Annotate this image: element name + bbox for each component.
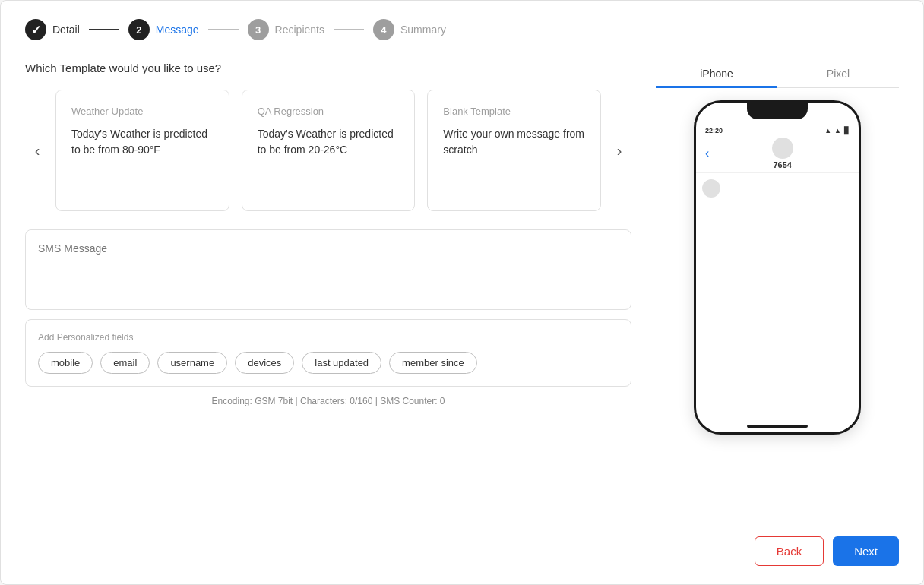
- field-chip-devices[interactable]: devices: [235, 352, 294, 374]
- personalized-label: Add Personalized fields: [38, 332, 619, 343]
- phone-header: ‹ 7654: [696, 134, 859, 173]
- card-body-1: Today's Weather is predicted to be from …: [258, 126, 400, 158]
- page-container: ✓ Detail 2 Message 3 Recipients 4 Summar…: [0, 0, 924, 585]
- step-circle-recipients: 3: [248, 19, 269, 40]
- step-circle-summary: 4: [373, 19, 394, 40]
- card-body-0: Today's Weather is predicted to be from …: [71, 126, 214, 158]
- carousel-next-button[interactable]: ›: [607, 138, 631, 163]
- step-divider-2: [208, 29, 239, 30]
- personalized-section: Add Personalized fields mobileemailusern…: [25, 319, 631, 387]
- template-card-1[interactable]: QA Regression Today's Weather is predict…: [242, 90, 416, 211]
- step-message: 2 Message: [128, 19, 199, 40]
- battery-icon: ▊: [844, 127, 850, 134]
- signal-icon: ▲: [824, 127, 831, 134]
- main-content: Which Template would you like to use? ‹ …: [25, 62, 899, 524]
- sms-textarea[interactable]: [26, 230, 631, 306]
- sms-section: [25, 229, 631, 310]
- footer: Back Next: [25, 536, 899, 566]
- phone-time: 22:20: [705, 127, 723, 134]
- cards-wrapper: Weather Update Today's Weather is predic…: [55, 90, 601, 211]
- tab-iphone[interactable]: iPhone: [656, 62, 777, 88]
- card-title-0: Weather Update: [71, 106, 214, 117]
- step-label-message: Message: [156, 24, 199, 36]
- step-label-detail: Detail: [52, 24, 80, 36]
- field-chip-last-updated[interactable]: last updated: [302, 352, 381, 374]
- card-title-1: QA Regression: [258, 106, 400, 117]
- step-detail: ✓ Detail: [25, 19, 80, 40]
- back-button[interactable]: Back: [755, 536, 824, 566]
- device-tabs: iPhone Pixel: [656, 62, 899, 88]
- message-bubble: [702, 179, 720, 198]
- card-title-2: Blank Template: [443, 106, 585, 117]
- template-card-0[interactable]: Weather Update Today's Weather is predic…: [55, 90, 229, 211]
- right-panel: iPhone Pixel 22:20 ▲ ▲ ▊ ‹: [656, 62, 899, 524]
- left-panel: Which Template would you like to use? ‹ …: [25, 62, 631, 524]
- template-carousel: ‹ Weather Update Today's Weather is pred…: [25, 90, 631, 211]
- field-chip-username[interactable]: username: [157, 352, 227, 374]
- step-label-recipients: Recipients: [275, 24, 324, 36]
- phone-home-bar: [747, 425, 808, 428]
- wifi-icon: ▲: [834, 127, 841, 134]
- field-chip-mobile[interactable]: mobile: [38, 352, 93, 374]
- phone-contact: 7654: [715, 138, 850, 169]
- carousel-prev-button[interactable]: ‹: [25, 138, 49, 163]
- next-button[interactable]: Next: [833, 536, 899, 566]
- phone-body: [696, 173, 859, 204]
- field-chip-email[interactable]: email: [100, 352, 150, 374]
- step-divider-1: [89, 29, 119, 30]
- fields-list: mobileemailusernamedeviceslast updatedme…: [38, 352, 619, 374]
- encoding-info: Encoding: GSM 7bit | Characters: 0/160 |…: [25, 396, 631, 406]
- phone-contact-avatar: [772, 138, 793, 159]
- step-summary: 4 Summary: [373, 19, 446, 40]
- step-recipients: 3 Recipients: [248, 19, 324, 40]
- step-divider-3: [334, 29, 364, 30]
- phone-notch: [747, 103, 808, 119]
- template-card-2[interactable]: Blank Template Write your own message fr…: [427, 90, 601, 211]
- field-chip-member-since[interactable]: member since: [389, 352, 477, 374]
- question-label: Which Template would you like to use?: [25, 62, 631, 74]
- step-circle-detail: ✓: [25, 19, 46, 40]
- card-body-2: Write your own message from scratch: [443, 126, 585, 158]
- phone-status-icons: ▲ ▲ ▊: [824, 127, 850, 134]
- phone-contact-name: 7654: [773, 160, 791, 169]
- step-label-summary: Summary: [400, 24, 446, 36]
- phone-mockup: 22:20 ▲ ▲ ▊ ‹ 7654: [694, 100, 861, 435]
- checkmark-icon: ✓: [31, 23, 41, 37]
- phone-back-icon: ‹: [705, 147, 709, 160]
- step-circle-message: 2: [128, 19, 150, 40]
- phone-status-bar: 22:20 ▲ ▲ ▊: [696, 124, 859, 134]
- stepper: ✓ Detail 2 Message 3 Recipients 4 Summar…: [25, 19, 899, 40]
- tab-pixel[interactable]: Pixel: [777, 62, 899, 88]
